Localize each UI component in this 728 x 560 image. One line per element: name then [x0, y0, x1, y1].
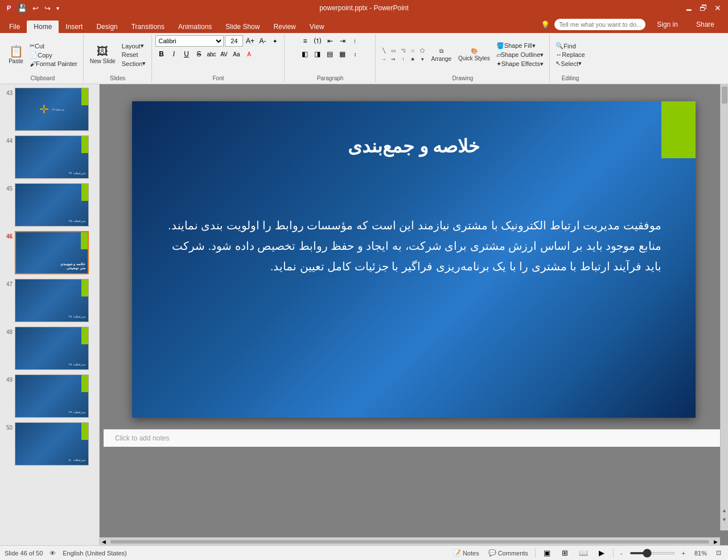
slide-thumb-48[interactable]: متن اسلاید ۴۸: [15, 327, 89, 370]
sign-in-button[interactable]: Sign in: [650, 18, 685, 31]
slide-thumb-43[interactable]: ✛ متن اسلاید ۴۳: [15, 88, 89, 131]
slide-sorter-button[interactable]: ⊞: [558, 548, 572, 558]
select-button[interactable]: ↖ Select ▾: [553, 59, 587, 68]
shape-star[interactable]: ★: [408, 55, 417, 63]
zoom-level-button[interactable]: 81%: [692, 549, 709, 558]
copy-button[interactable]: 📄 Copy: [27, 51, 80, 59]
shape-outline-button[interactable]: ▱ Shape Outline ▾: [494, 51, 546, 59]
font-color-button[interactable]: A: [243, 48, 254, 60]
shape-arrow[interactable]: →: [379, 55, 388, 63]
zoom-in-button[interactable]: +: [680, 549, 688, 558]
slide-thumb-45[interactable]: متن اسلاید ۴۵: [15, 183, 89, 227]
comments-button[interactable]: 💬 Comments: [486, 548, 530, 558]
quick-redo-icon[interactable]: ↪: [44, 4, 51, 13]
new-slide-button[interactable]: 🖼 New Slide: [87, 39, 118, 71]
shape-darrow[interactable]: ⇒: [389, 55, 398, 63]
paste-button[interactable]: 📋 Paste: [6, 39, 26, 71]
scroll-left-arrow[interactable]: ◀: [100, 539, 108, 545]
vertical-scrollbar[interactable]: ▲ ▼: [720, 84, 728, 530]
tab-animations[interactable]: Animations: [171, 20, 219, 33]
slideshow-button[interactable]: ▶: [595, 548, 608, 558]
slide-canvas[interactable]: خلاصه و جمع‌بندی موفقیت مدیریت ارتباط ال…: [132, 101, 696, 418]
shape-pentagon[interactable]: ⬠: [418, 47, 427, 55]
slide-item-44[interactable]: 44 متن اسلاید ۴۴: [1, 134, 98, 180]
zoom-slider[interactable]: [630, 552, 675, 554]
horizontal-scrollbar[interactable]: ◀ ▶: [100, 537, 720, 545]
font-name-select[interactable]: Calibri: [155, 35, 224, 47]
slide-thumb-46[interactable]: خلاصه و جمع‌بندیمتن توضیحی: [15, 231, 89, 274]
align-left-button[interactable]: ◧: [299, 48, 311, 60]
section-button[interactable]: Section ▾: [120, 59, 149, 68]
quick-access-more[interactable]: ▾: [56, 5, 59, 11]
shape-line[interactable]: ╲: [379, 47, 388, 55]
accessibility-icon[interactable]: 👁: [50, 550, 56, 557]
quick-undo-icon[interactable]: ↩: [32, 4, 39, 13]
notes-placeholder[interactable]: Click to add notes: [115, 434, 169, 442]
change-case-button[interactable]: Aa: [231, 48, 242, 60]
decrease-indent-button[interactable]: ⇤: [324, 35, 336, 47]
slide-item-49[interactable]: 49 متن اسلاید ۴۹: [1, 373, 98, 419]
slide-thumb-49[interactable]: متن اسلاید ۴۹: [15, 374, 89, 418]
shape-more[interactable]: ▾: [418, 55, 427, 63]
tab-home[interactable]: Home: [27, 20, 59, 33]
align-right-button[interactable]: ▤: [324, 48, 336, 60]
slide-item-47[interactable]: 47 متن اسلاید ۴۷: [1, 278, 98, 323]
underline-button[interactable]: U: [180, 48, 192, 60]
find-button[interactable]: 🔍 Find: [553, 42, 587, 50]
font-size-input[interactable]: [225, 35, 243, 47]
clear-format-button[interactable]: ✦: [269, 35, 281, 47]
slide-item-50[interactable]: 50 متن اسلاید ۵۰: [1, 421, 98, 467]
scroll-arrow-up[interactable]: ▲: [721, 508, 728, 513]
tab-file[interactable]: File: [2, 20, 27, 33]
layout-button[interactable]: Layout ▾: [120, 42, 149, 50]
reset-button[interactable]: Reset: [120, 51, 149, 59]
shape-effects-button[interactable]: ✦ Shape Effects ▾: [494, 60, 546, 68]
minimize-button[interactable]: 🗕: [682, 3, 695, 13]
normal-view-button[interactable]: ▣: [540, 548, 554, 558]
slide-panel[interactable]: 43 ✛ متن اسلاید ۴۳ 44 متن اسلاید ۴۴ 45 م…: [0, 84, 100, 545]
strikethrough-button[interactable]: S: [193, 48, 204, 60]
slide-item-46[interactable]: 46 خلاصه و جمع‌بندیمتن توضیحی: [1, 230, 98, 275]
tab-design[interactable]: Design: [89, 20, 124, 33]
slide-item-45[interactable]: 45 متن اسلاید ۴۵: [1, 182, 98, 228]
numbering-button[interactable]: ⑴: [312, 35, 323, 47]
justify-button[interactable]: ▦: [337, 48, 348, 60]
zoom-out-button[interactable]: -: [618, 549, 625, 558]
line-spacing-button[interactable]: ↕: [349, 48, 361, 60]
close-button[interactable]: ✕: [712, 3, 723, 13]
slide-body[interactable]: موفقیت مدیریت ارتباط الکترونیک با مشتری …: [166, 215, 661, 277]
quick-styles-button[interactable]: 🎨 Quick Styles: [455, 39, 493, 71]
bullets-button[interactable]: ≡: [299, 35, 311, 47]
notes-area[interactable]: Click to add notes: [104, 429, 724, 447]
shape-uarrow[interactable]: ↑: [398, 55, 408, 63]
notes-button[interactable]: 📝 Notes: [451, 548, 482, 558]
char-spacing-button[interactable]: AV: [218, 48, 229, 60]
tab-slideshow[interactable]: Slide Show: [219, 20, 266, 33]
tab-insert[interactable]: Insert: [59, 20, 89, 33]
cut-button[interactable]: ✂ Cut: [27, 42, 80, 50]
columns-button[interactable]: ⫶: [349, 35, 361, 47]
slide-item-48[interactable]: 48 متن اسلاید ۴۸: [1, 326, 98, 371]
slide-thumb-47[interactable]: متن اسلاید ۴۷: [15, 279, 89, 322]
italic-button[interactable]: I: [168, 48, 179, 60]
replace-button[interactable]: ↔ Replace: [553, 51, 587, 59]
increase-indent-button[interactable]: ⇥: [337, 35, 348, 47]
arrange-button[interactable]: ⧉ Arrange: [428, 39, 454, 71]
shadow-button[interactable]: abc: [205, 48, 217, 60]
shape-fill-button[interactable]: 🪣 Shape Fill ▾: [494, 42, 546, 50]
scroll-right-arrow[interactable]: ▶: [711, 539, 720, 545]
scroll-arrow-down[interactable]: ▼: [721, 517, 728, 522]
scrollbar-thumb[interactable]: [722, 87, 727, 104]
slide-item-43[interactable]: 43 ✛ متن اسلاید ۴۳: [1, 87, 98, 132]
shape-rect[interactable]: ▭: [389, 47, 398, 55]
shape-tri[interactable]: ◹: [398, 47, 408, 55]
align-center-button[interactable]: ◨: [312, 48, 323, 60]
quick-save-icon[interactable]: 💾: [18, 4, 27, 13]
slide-thumb-50[interactable]: متن اسلاید ۵۰: [15, 422, 89, 466]
shape-circle[interactable]: ○: [408, 47, 417, 55]
tab-transitions[interactable]: Transitions: [125, 20, 171, 33]
increase-font-button[interactable]: A+: [244, 35, 256, 47]
h-scrollbar-thumb[interactable]: [110, 540, 709, 543]
restore-button[interactable]: 🗗: [697, 3, 710, 13]
tab-view[interactable]: View: [303, 20, 331, 33]
